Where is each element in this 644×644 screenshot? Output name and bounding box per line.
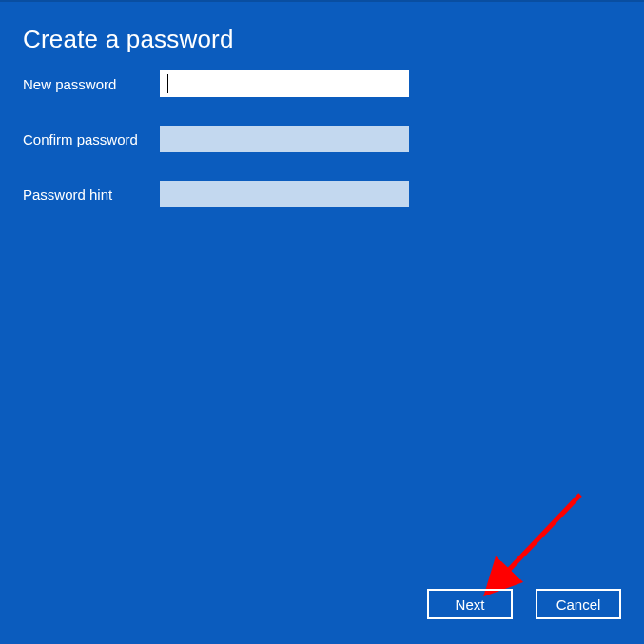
page-title: Create a password: [23, 25, 234, 54]
password-hint-label: Password hint: [23, 186, 160, 203]
new-password-row: New password: [23, 70, 409, 97]
password-hint-row: Password hint: [23, 181, 409, 207]
button-bar: Next Cancel: [427, 589, 621, 619]
confirm-password-label: Confirm password: [23, 131, 160, 147]
text-cursor-icon: [167, 74, 168, 93]
password-form: New password Confirm password Password h…: [23, 70, 409, 236]
cancel-button[interactable]: Cancel: [536, 589, 621, 619]
new-password-label: New password: [23, 76, 160, 92]
svg-line-1: [490, 495, 580, 590]
password-hint-input[interactable]: [160, 181, 409, 207]
next-button[interactable]: Next: [427, 589, 513, 619]
confirm-password-input[interactable]: [160, 126, 409, 152]
confirm-password-row: Confirm password: [23, 126, 409, 152]
new-password-input[interactable]: [160, 70, 409, 97]
window-top-border: [0, 0, 644, 2]
